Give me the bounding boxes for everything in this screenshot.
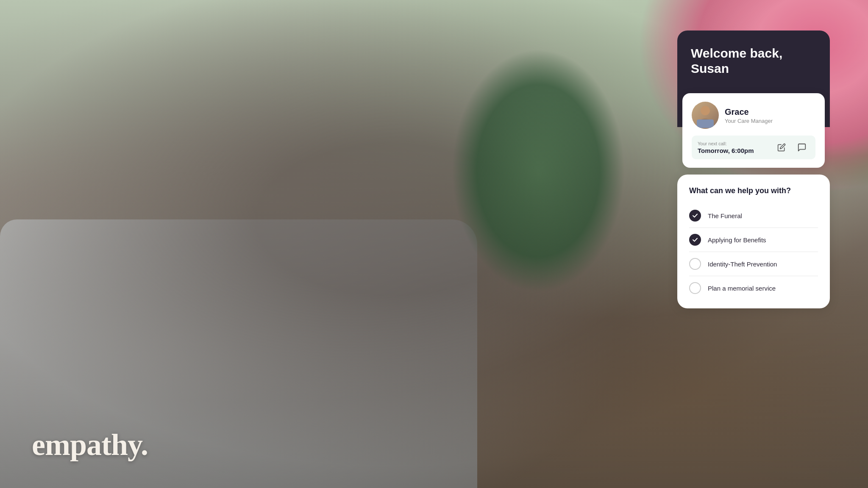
chat-icon[interactable] <box>794 140 810 155</box>
list-heading: What can we help you with? <box>689 186 818 195</box>
checkbox-memorial[interactable] <box>689 282 701 294</box>
care-info: Grace Your Care Manager <box>725 107 773 124</box>
list-item-label-identity: Identity-Theft Prevention <box>708 261 777 268</box>
list-item-identity[interactable]: Identity-Theft Prevention <box>689 252 818 276</box>
list-item-memorial[interactable]: Plan a memorial service <box>689 276 818 300</box>
care-name: Grace <box>725 107 773 117</box>
next-call-time: Tomorrow, 6:00pm <box>698 147 754 154</box>
list-item-label-funeral: The Funeral <box>708 212 742 219</box>
next-call-info: Your next call: Tomorrow, 6:00pm <box>698 141 754 154</box>
next-call-label: Your next call: <box>698 141 754 146</box>
bg-plants <box>451 49 625 293</box>
checkbox-identity[interactable] <box>689 258 701 270</box>
list-item-benefits[interactable]: Applying for Benefits <box>689 228 818 252</box>
list-item-funeral[interactable]: The Funeral <box>689 204 818 228</box>
call-icons <box>774 140 810 155</box>
checkbox-funeral[interactable] <box>689 210 701 222</box>
welcome-heading: Welcome back, Susan <box>691 46 816 76</box>
avatar <box>692 102 719 129</box>
list-item-label-benefits: Applying for Benefits <box>708 236 766 244</box>
care-card-top: Grace Your Care Manager <box>692 102 815 129</box>
avatar-shirt <box>697 119 714 128</box>
brand-logo: empathy. <box>32 427 148 463</box>
next-call-box: Your next call: Tomorrow, 6:00pm <box>692 136 815 159</box>
checkbox-benefits[interactable] <box>689 234 701 246</box>
help-list-panel: What can we help you with? The Funeral A… <box>677 175 830 308</box>
care-manager-card: Grace Your Care Manager Your next call: … <box>682 93 825 168</box>
logo-text: empathy. <box>32 428 148 462</box>
edit-icon[interactable] <box>774 140 789 155</box>
list-item-label-memorial: Plan a memorial service <box>708 285 776 292</box>
care-title: Your Care Manager <box>725 118 773 124</box>
app-panel: Welcome back, Susan Grace Your Care Mana… <box>677 30 830 308</box>
